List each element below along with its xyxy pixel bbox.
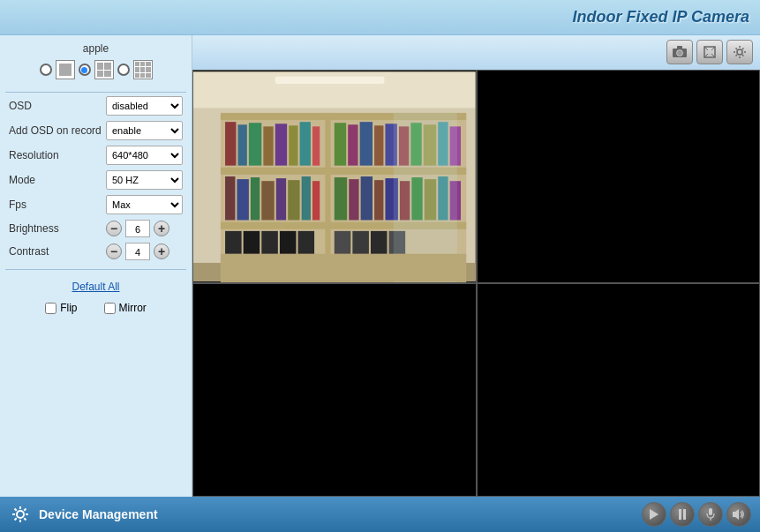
svg-rect-38 (237, 179, 248, 220)
svg-rect-21 (249, 123, 261, 165)
osd-select[interactable]: disabled enabled (106, 96, 183, 116)
osd-row: OSD disabled enabled (5, 96, 186, 116)
svg-rect-2 (677, 46, 682, 49)
layout-quad-box[interactable] (94, 60, 114, 79)
svg-rect-66 (221, 254, 466, 281)
toolbar (192, 35, 760, 70)
svg-rect-20 (238, 124, 247, 165)
mode-row: Mode 50 HZ 60 HZ (5, 170, 186, 190)
mode-label: Mode (9, 174, 106, 186)
svg-marker-68 (650, 509, 658, 520)
svg-rect-11 (275, 77, 385, 84)
svg-rect-44 (312, 181, 320, 220)
footer: Device Management (0, 497, 760, 532)
layout-nine-box[interactable] (133, 60, 153, 79)
mirror-checkbox-label[interactable]: Mirror (104, 302, 147, 314)
video-cell-3[interactable] (192, 283, 477, 497)
svg-rect-37 (225, 176, 235, 220)
pause-button[interactable] (670, 502, 695, 527)
contrast-row: Contrast − 4 + (5, 243, 186, 260)
footer-title: Device Management (39, 507, 158, 521)
video-cell-4[interactable] (477, 283, 761, 497)
fullscreen-button[interactable] (696, 40, 723, 64)
default-all-container: Default All (5, 281, 186, 293)
svg-rect-23 (275, 124, 287, 165)
main-layout: apple (0, 35, 760, 497)
resolution-select[interactable]: 640*480 320*240 1280*720 (106, 146, 183, 165)
divider-1 (5, 92, 186, 93)
svg-point-8 (737, 49, 742, 55)
header: Indoor Fixed IP Camera (0, 0, 760, 35)
brightness-row: Brightness − 6 + (5, 220, 186, 237)
svg-rect-43 (302, 176, 311, 220)
svg-rect-41 (276, 178, 286, 220)
svg-rect-42 (288, 180, 299, 220)
brightness-label: Brightness (9, 222, 106, 235)
svg-point-1 (677, 50, 683, 56)
settings-button[interactable] (726, 40, 753, 64)
fps-select[interactable]: Max 15 10 5 (106, 195, 183, 214)
gear-icon (9, 503, 32, 526)
video-grid (192, 70, 760, 497)
layout-single-box[interactable] (56, 60, 75, 79)
svg-rect-46 (349, 179, 358, 220)
mirror-checkbox[interactable] (104, 303, 116, 314)
resolution-row: Resolution 640*480 320*240 1280*720 (5, 146, 186, 165)
contrast-increase-button[interactable]: + (154, 244, 169, 259)
fps-label: Fps (9, 199, 106, 211)
video-cell-1[interactable] (192, 70, 477, 283)
svg-rect-71 (709, 508, 712, 515)
svg-rect-29 (360, 122, 372, 165)
svg-rect-48 (374, 180, 383, 220)
contrast-value: 4 (125, 243, 150, 260)
svg-rect-28 (348, 124, 357, 165)
fps-row: Fps Max 15 10 5 (5, 195, 186, 214)
layout-nine-radio[interactable] (117, 64, 130, 76)
device-name: apple (5, 42, 186, 55)
video-cell-2[interactable] (477, 70, 761, 283)
svg-rect-26 (312, 126, 320, 165)
svg-rect-25 (300, 122, 311, 165)
layout-quad-radio[interactable] (79, 64, 91, 76)
svg-rect-22 (263, 126, 273, 165)
add-osd-select[interactable]: enable disable (106, 121, 183, 140)
resolution-label: Resolution (9, 149, 106, 161)
svg-rect-45 (335, 177, 347, 220)
page-title: Indoor Fixed IP Camera (573, 8, 749, 26)
svg-rect-30 (374, 125, 383, 165)
play-button[interactable] (642, 502, 666, 527)
flip-checkbox-label[interactable]: Flip (45, 302, 77, 314)
flip-mirror-row: Flip Mirror (5, 302, 186, 314)
layout-single-radio[interactable] (40, 64, 52, 76)
brightness-value: 6 (125, 220, 150, 237)
svg-rect-24 (289, 125, 297, 165)
snapshot-button[interactable] (666, 40, 693, 64)
svg-rect-27 (335, 123, 346, 165)
svg-rect-69 (679, 509, 681, 520)
osd-label: OSD (9, 100, 106, 112)
svg-rect-19 (225, 122, 236, 165)
layout-options (5, 60, 186, 79)
microphone-button[interactable] (698, 502, 723, 527)
svg-point-67 (17, 511, 24, 518)
brightness-decrease-button[interactable]: − (106, 221, 122, 236)
brightness-spinner: − 6 + (106, 220, 169, 237)
svg-rect-39 (251, 177, 260, 220)
flip-checkbox[interactable] (45, 303, 56, 314)
brightness-increase-button[interactable]: + (154, 221, 169, 236)
speaker-button[interactable] (726, 502, 751, 527)
contrast-label: Contrast (9, 245, 106, 258)
mirror-label: Mirror (119, 302, 147, 314)
mode-select[interactable]: 50 HZ 60 HZ (106, 170, 183, 190)
add-osd-label: Add OSD on record (9, 124, 106, 137)
svg-rect-47 (361, 176, 372, 220)
contrast-decrease-button[interactable]: − (106, 244, 122, 259)
default-all-button[interactable]: Default All (71, 281, 119, 293)
flip-label: Flip (60, 302, 77, 314)
svg-rect-40 (261, 181, 274, 220)
add-osd-row: Add OSD on record enable disable (5, 121, 186, 140)
contrast-spinner: − 4 + (106, 243, 169, 260)
footer-controls (642, 502, 751, 527)
sidebar: apple (0, 35, 192, 497)
content-area (192, 35, 760, 497)
